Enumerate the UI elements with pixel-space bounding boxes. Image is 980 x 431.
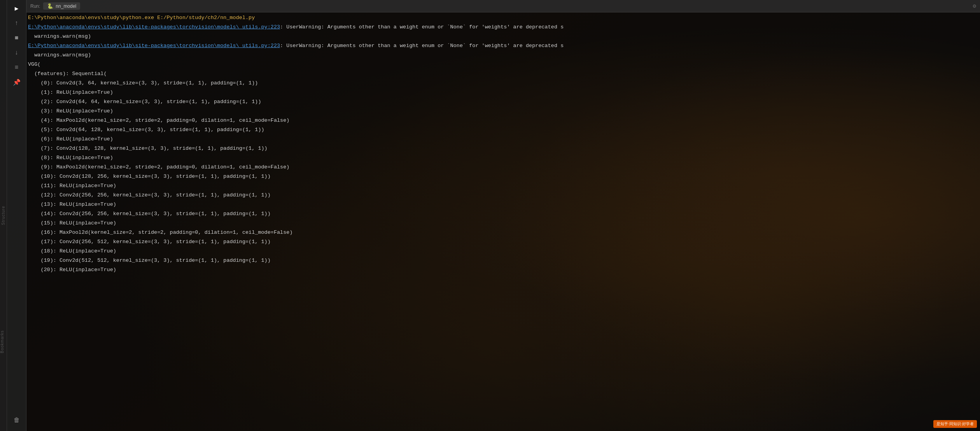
console-line-10: (2): Conv2d(64, 64, kernel_size=(3, 3), … xyxy=(26,98,980,107)
console-text-8: (0): Conv2d(3, 64, kernel_size=(3, 3), s… xyxy=(26,79,980,88)
console-text-14: (6): ReLU(inplace=True) xyxy=(26,135,980,144)
console-text-11: (3): ReLU(inplace=True) xyxy=(26,107,980,116)
gear-icon[interactable]: ⚙ xyxy=(973,3,976,9)
run-tab[interactable]: 🐍 nn_model xyxy=(43,2,80,10)
console-text-22: (14): Conv2d(256, 256, kernel_size=(3, 3… xyxy=(26,210,980,218)
console-line-20: (12): Conv2d(256, 256, kernel_size=(3, 3… xyxy=(26,191,980,201)
console-line-6: VGG( xyxy=(26,61,980,70)
console-text-10: (2): Conv2d(64, 64, kernel_size=(3, 3), … xyxy=(26,98,980,106)
ide-container: Structure ▶ ↑ ■ ↓ ≡ 📌 🗑 Run: 🐍 nn_model … xyxy=(0,0,980,431)
console-line-17: (9): MaxPool2d(kernel_size=2, stride=2, … xyxy=(26,163,980,173)
sidebar-up-icon[interactable]: ↑ xyxy=(10,16,24,30)
console-line-19: (11): ReLU(inplace=True) xyxy=(26,182,980,191)
console-line-16: (8): ReLU(inplace=True) xyxy=(26,154,980,163)
console-text-17: (9): MaxPool2d(kernel_size=2, stride=2, … xyxy=(26,163,980,172)
sidebar-list-icon[interactable]: ≡ xyxy=(10,61,24,75)
console-text-13: (5): Conv2d(64, 128, kernel_size=(3, 3),… xyxy=(26,126,980,134)
console-text-25: (17): Conv2d(256, 512, kernel_size=(3, 3… xyxy=(26,238,980,246)
console-line-8: (0): Conv2d(3, 64, kernel_size=(3, 3), s… xyxy=(26,79,980,89)
structure-panel: Structure xyxy=(0,0,7,431)
console-text-26: (18): ReLU(inplace=True) xyxy=(26,247,980,256)
python-icon: 🐍 xyxy=(47,3,53,9)
console-line-2: E:\Python\anaconda\envs\study\lib\site-p… xyxy=(26,23,980,33)
console-text-21: (13): ReLU(inplace=True) xyxy=(26,201,980,209)
console-line-5: warnings.warn(msg) xyxy=(26,51,980,61)
console-text-6: VGG( xyxy=(26,61,980,69)
console-line-23: (15): ReLU(inplace=True) xyxy=(26,219,980,229)
sidebar-pin-icon[interactable]: 📌 xyxy=(10,75,24,89)
console-text-3: warnings.warn(msg) xyxy=(26,33,980,41)
console-text-1: E:\Python\anaconda\envs\study\python.exe… xyxy=(26,14,980,22)
console-line-12: (4): MaxPool2d(kernel_size=2, stride=2, … xyxy=(26,117,980,126)
console-line-26: (18): ReLU(inplace=True) xyxy=(26,247,980,257)
console-text-12: (4): MaxPool2d(kernel_size=2, stride=2, … xyxy=(26,117,980,125)
structure-label: Structure xyxy=(1,206,5,225)
console-line-21: (13): ReLU(inplace=True) xyxy=(26,201,980,210)
console-line-18: (10): Conv2d(128, 256, kernel_size=(3, 3… xyxy=(26,173,980,182)
sidebar-stop-icon[interactable]: ■ xyxy=(10,31,24,45)
run-label: Run: xyxy=(30,4,40,9)
left-sidebar: ▶ ↑ ■ ↓ ≡ 📌 🗑 xyxy=(7,0,26,431)
console-line-9: (1): ReLU(inplace=True) xyxy=(26,89,980,98)
console-text-2: E:\Python\anaconda\envs\study\lib\site-p… xyxy=(26,23,980,32)
console-text-27: (19): Conv2d(512, 512, kernel_size=(3, 3… xyxy=(26,257,980,265)
console-line-14: (6): ReLU(inplace=True) xyxy=(26,135,980,145)
sidebar-down-icon[interactable]: ↓ xyxy=(10,46,24,60)
console-line-25: (17): Conv2d(256, 512, kernel_size=(3, 3… xyxy=(26,238,980,247)
console-line-24: (16): MaxPool2d(kernel_size=2, stride=2,… xyxy=(26,229,980,238)
bookmarks-label: Bookmarks xyxy=(0,330,4,353)
console-line-27: (19): Conv2d(512, 512, kernel_size=(3, 3… xyxy=(26,257,980,266)
console-line-3: warnings.warn(msg) xyxy=(26,33,980,42)
console-line-13: (5): Conv2d(64, 128, kernel_size=(3, 3),… xyxy=(26,126,980,135)
console-text-19: (11): ReLU(inplace=True) xyxy=(26,182,980,190)
console-line-28: (20): ReLU(inplace=True) xyxy=(26,266,980,275)
main-content: Run: 🐍 nn_model ⚙ E:\Python\anaconda\env… xyxy=(26,0,980,431)
console-area[interactable]: E:\Python\anaconda\envs\study\python.exe… xyxy=(26,12,980,431)
console-line-4: E:\Python\anaconda\envs\study\lib\site-p… xyxy=(26,42,980,51)
console-text-28: (20): ReLU(inplace=True) xyxy=(26,266,980,274)
console-text-15: (7): Conv2d(128, 128, kernel_size=(3, 3)… xyxy=(26,145,980,153)
sidebar-play-icon[interactable]: ▶ xyxy=(10,2,24,16)
console-line-11: (3): ReLU(inplace=True) xyxy=(26,107,980,117)
run-tab-name: nn_model xyxy=(56,4,76,9)
console-text-4: E:\Python\anaconda\envs\study\lib\site-p… xyxy=(26,42,980,50)
console-line-7: (features): Sequential( xyxy=(26,70,980,79)
console-text-18: (10): Conv2d(128, 256, kernel_size=(3, 3… xyxy=(26,173,980,181)
console-text-5: warnings.warn(msg) xyxy=(26,51,980,60)
console-line-1: E:\Python\anaconda\envs\study\python.exe… xyxy=(26,14,980,23)
console-text-23: (15): ReLU(inplace=True) xyxy=(26,219,980,228)
console-text-7: (features): Sequential( xyxy=(26,70,980,78)
console-text-24: (16): MaxPool2d(kernel_size=2, stride=2,… xyxy=(26,229,980,237)
run-bar: Run: 🐍 nn_model ⚙ xyxy=(26,0,980,12)
sidebar-trash-icon[interactable]: 🗑 xyxy=(10,413,24,427)
console-text-9: (1): ReLU(inplace=True) xyxy=(26,89,980,97)
console-line-15: (7): Conv2d(128, 128, kernel_size=(3, 3)… xyxy=(26,145,980,154)
console-text-20: (12): Conv2d(256, 256, kernel_size=(3, 3… xyxy=(26,191,980,200)
console-line-22: (14): Conv2d(256, 256, kernel_size=(3, 3… xyxy=(26,210,980,219)
console-text-16: (8): ReLU(inplace=True) xyxy=(26,154,980,162)
corner-badge: 是知乎·同知识·好学者 xyxy=(933,420,977,428)
